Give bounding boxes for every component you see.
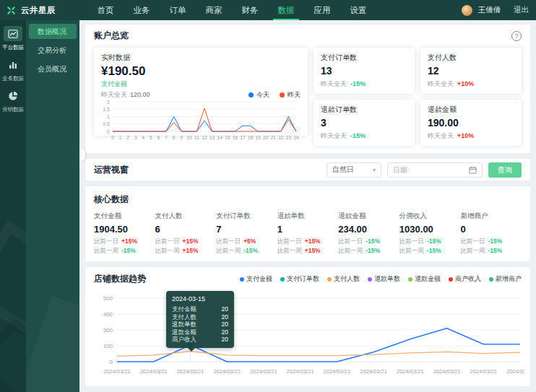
svg-text:16: 16 xyxy=(233,135,238,140)
core-metric: 新增商户 0 比前一日-15% 比前一周-15% xyxy=(460,212,522,255)
svg-text:500: 500 xyxy=(103,295,113,302)
rail-item[interactable]: 业务数据 xyxy=(0,57,26,82)
svg-text:8: 8 xyxy=(173,135,176,140)
tooltip-row: 支付金额20 xyxy=(172,305,228,313)
date-input[interactable] xyxy=(393,166,469,174)
period-select-value: 自然日 xyxy=(332,165,354,175)
core-metric: 支付金额 1904.50 比前一日+15% 比前一周-15% xyxy=(94,212,155,255)
stat-card: 退款订单数 3 昨天全天-15% xyxy=(314,100,415,146)
legend-item[interactable]: 退款金额 xyxy=(408,274,441,284)
user-name[interactable]: 王倩倩 xyxy=(478,5,501,15)
legend-item[interactable]: 今天 xyxy=(248,90,269,100)
date-picker[interactable] xyxy=(387,162,483,178)
top-nav-item[interactable]: 数据 xyxy=(268,0,304,20)
svg-text:23: 23 xyxy=(286,135,292,140)
submenu-item[interactable]: 数据概况 xyxy=(29,24,77,39)
svg-text:3: 3 xyxy=(134,135,137,140)
legend-dot-icon xyxy=(240,277,244,282)
top-nav-item[interactable]: 订单 xyxy=(160,0,196,20)
rail-item[interactable]: 平台数据 xyxy=(0,26,26,51)
top-nav-item[interactable]: 首页 xyxy=(87,0,124,20)
chevron-down-icon: ▾ xyxy=(373,167,376,173)
sidebar-decoration xyxy=(26,296,79,392)
svg-text:2: 2 xyxy=(107,100,110,105)
svg-text:13: 13 xyxy=(209,135,215,140)
chart-tooltip: 2024-03-15 支付金额20支付人数20退款单数20退款金额20商户收入2… xyxy=(166,291,234,348)
user-avatar[interactable] xyxy=(462,5,472,16)
legend-item[interactable]: 退款单数 xyxy=(368,274,400,284)
store-trend-title: 店铺数据趋势 xyxy=(94,273,146,285)
svg-text:2024/03/21: 2024/03/21 xyxy=(324,368,351,375)
svg-text:9: 9 xyxy=(180,135,183,140)
svg-text:24: 24 xyxy=(293,135,299,140)
legend-item[interactable]: 商户收入 xyxy=(449,274,481,284)
legend-dot-icon xyxy=(280,277,285,282)
store-trend-panel: 店铺数据趋势 支付金额支付订单数支付人数退款单数退款金额商户收入新增商户 500… xyxy=(85,267,530,386)
top-nav-item[interactable]: 设置 xyxy=(340,0,376,20)
tooltip-row: 支付人数20 xyxy=(172,313,228,321)
realtime-data-card: 实时数据 ¥190.50 支付金额 昨天全天120.00 今天昨天 21.510… xyxy=(94,48,308,136)
legend-item[interactable]: 支付订单数 xyxy=(280,274,319,284)
svg-text:400: 400 xyxy=(103,311,113,318)
pie-chart-icon xyxy=(4,88,22,103)
legend-dot-icon xyxy=(248,92,254,97)
svg-text:2024/03/21: 2024/03/21 xyxy=(360,368,387,375)
trend-line-chart: 50040030010002024/03/212024/03/212024/03… xyxy=(94,292,524,379)
realtime-line-chart: 21.510.500123456789101112131415161718192… xyxy=(101,100,301,141)
period-select[interactable]: 自然日 ▾ xyxy=(327,162,381,178)
svg-text:1: 1 xyxy=(119,135,122,140)
tooltip-date: 2024-03-15 xyxy=(172,295,228,302)
submenu-item[interactable]: 交易分析 xyxy=(29,43,77,58)
top-nav-item[interactable]: 业务 xyxy=(124,0,160,20)
top-nav-item[interactable]: 商家 xyxy=(196,0,232,20)
bar-chart-icon xyxy=(4,57,22,72)
legend-item[interactable]: 昨天 xyxy=(280,90,301,100)
realtime-label: 实时数据 xyxy=(101,53,301,63)
submenu-item[interactable]: 会员概况 xyxy=(29,61,77,77)
logo-icon xyxy=(6,5,17,16)
legend-item[interactable]: 支付人数 xyxy=(327,274,360,284)
svg-text:18: 18 xyxy=(248,135,254,140)
legend-dot-icon xyxy=(408,277,412,282)
sidebar-decoration xyxy=(0,318,26,392)
svg-text:2024/03/21: 2024/03/21 xyxy=(177,368,204,375)
core-metric: 退款金额 234.00 比前一日-15% 比前一周-15% xyxy=(338,212,399,255)
realtime-compare: 昨天全天120.00 xyxy=(101,90,150,100)
svg-text:10: 10 xyxy=(186,135,192,140)
svg-text:4: 4 xyxy=(142,135,145,140)
realtime-amount-label: 支付金额 xyxy=(101,79,301,89)
top-navbar: 云井星辰 首页业务订单商家财务数据应用设置 王倩倩 退出 xyxy=(0,0,536,20)
svg-text:19: 19 xyxy=(255,135,261,140)
svg-text:2024/03/21: 2024/03/21 xyxy=(470,368,497,375)
tooltip-row: 退款单数20 xyxy=(172,321,228,328)
svg-text:2024/03/21: 2024/03/21 xyxy=(250,368,277,375)
svg-text:7: 7 xyxy=(165,135,168,140)
top-nav-item[interactable]: 财务 xyxy=(232,0,268,20)
svg-text:6: 6 xyxy=(157,135,160,140)
svg-text:0: 0 xyxy=(107,129,110,134)
line-chart-icon xyxy=(4,26,22,41)
icon-rail-sidebar: 平台数据业务数据营销数据 xyxy=(0,20,26,392)
legend-dot-icon xyxy=(327,277,332,282)
calendar-icon xyxy=(469,166,477,174)
svg-text:100: 100 xyxy=(103,343,113,349)
tooltip-row: 退款金额20 xyxy=(172,328,228,336)
top-nav-item[interactable]: 应用 xyxy=(304,0,340,20)
search-button[interactable]: 查询 xyxy=(488,162,522,178)
user-area: 王倩倩 退出 xyxy=(462,0,529,20)
help-icon[interactable]: ? xyxy=(511,31,522,41)
core-metric: 支付人数 6 比前一日+15% 比前一周+15% xyxy=(155,212,217,255)
stat-card: 支付订单数 13 昨天全天-15% xyxy=(314,48,415,94)
tooltip-row: 商户收入20 xyxy=(172,336,228,344)
svg-text:2024/03/21: 2024/03/21 xyxy=(433,368,461,375)
svg-text:2: 2 xyxy=(126,135,129,140)
svg-text:21: 21 xyxy=(271,135,277,140)
top-nav: 首页业务订单商家财务数据应用设置 xyxy=(87,0,376,20)
rail-item[interactable]: 营销数据 xyxy=(0,88,26,113)
legend-dot-icon xyxy=(449,277,453,282)
legend-item[interactable]: 新增商户 xyxy=(489,274,522,284)
logout-button[interactable]: 退出 xyxy=(514,5,529,15)
core-metric: 退款单数 1 比前一日+15% 比前一周+15% xyxy=(277,212,339,255)
legend-item[interactable]: 支付金额 xyxy=(240,274,272,284)
svg-text:0.5: 0.5 xyxy=(103,121,110,126)
